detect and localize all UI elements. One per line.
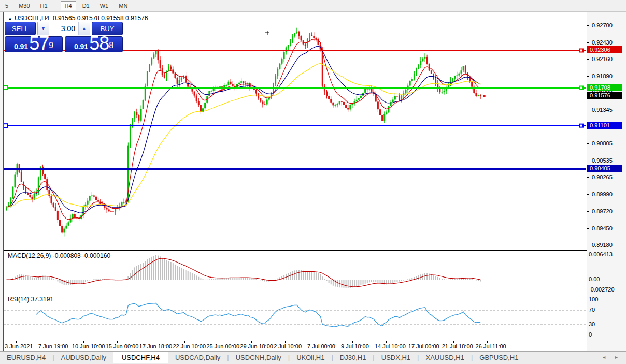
chart-window: ▲USDCHF,H4 0.91565 0.91578 0.91558 0.915…	[3, 12, 587, 352]
price-tick	[587, 245, 589, 245]
price-tick-label: 0.89720	[592, 208, 613, 214]
price-tick	[587, 161, 589, 161]
tab-usdcad-daily[interactable]: USDCAD,Daily	[168, 352, 227, 363]
price-tick-label: 0.91345	[592, 107, 613, 113]
timeframe-button-h4[interactable]: H4	[61, 1, 76, 10]
price-line-badge: 0.91101	[587, 122, 622, 129]
price-tick	[587, 110, 589, 110]
price-tick-label: 0.89450	[592, 225, 613, 231]
chart-tab-bar: EURUSD,H4|AUDUSD,DailyUSDCHF,H4USDCAD,Da…	[0, 351, 626, 364]
tab-ukoil-h1[interactable]: UKOil,H1	[290, 352, 331, 363]
tab-eurusd-h4[interactable]: EURUSD,H4	[0, 352, 52, 363]
collapse-panel-icon[interactable]: ▲	[8, 16, 12, 21]
timeframe-button-w1[interactable]: W1	[96, 1, 113, 10]
symbol-label: USDCHF,H4	[15, 14, 49, 22]
time-label: 2 Jul 10:00	[274, 343, 302, 350]
rsi-axis-label: 30	[589, 321, 595, 327]
time-label: 29 Jun 18:00	[240, 343, 273, 350]
price-line-badge: 0.91576	[587, 92, 622, 99]
toolbar-separator	[56, 2, 56, 10]
time-label: 14 Jul 10:00	[375, 343, 406, 350]
ohlc-values: 0.91565 0.91578 0.91558 0.91576	[53, 14, 148, 22]
one-click-trade-panel: SELL ▼ 3.00 ▲ BUY 0.91 57 9 0.91	[5, 22, 123, 52]
tab-gbpusd-h1[interactable]: GBPUSD,H1	[473, 352, 525, 363]
rsi-chart	[4, 294, 586, 341]
tab-usdcnh-daily[interactable]: USDCNH,Daily	[229, 352, 288, 363]
rsi-axis-label: 100	[589, 296, 598, 302]
timeframe-button-m30[interactable]: M30	[15, 1, 34, 10]
time-label: 22 Jun 10:00	[173, 343, 206, 350]
time-label: 17 Jun 18:00	[139, 343, 173, 350]
rsi-axis-label: 70	[589, 307, 595, 313]
time-label: 7 Jun 19:00	[38, 343, 68, 350]
time-label: 9 Jul 18:00	[341, 343, 369, 350]
time-label: 7 Jul 00:00	[307, 343, 335, 350]
timeframe-button-mn[interactable]: MN	[115, 1, 132, 10]
time-label: 26 Jul 11:00	[476, 343, 506, 350]
rsi-axis-label: 0	[589, 331, 592, 338]
volume-increase-icon[interactable]: ▲	[78, 22, 90, 35]
price-tick	[587, 211, 589, 212]
tab-audusd-daily[interactable]: AUDUSD,Daily	[54, 352, 113, 363]
macd-panel[interactable]: MACD(12,26,9) -0.000803 -0.000160	[4, 251, 587, 294]
price-tick-label: 0.90265	[592, 174, 613, 180]
price-line-badge: 0.90405	[587, 165, 622, 172]
timeframe-toolbar: 5M30H1H4D1W1MN	[0, 0, 626, 12]
price-line-badge: 0.92306	[587, 46, 622, 53]
main-chart-panel[interactable]: ▲USDCHF,H4 0.91565 0.91578 0.91558 0.915…	[4, 12, 587, 251]
rsi-label: RSI(14) 37.3191	[8, 296, 53, 303]
price-tick-label: 0.90535	[592, 157, 613, 164]
buy-price-big: 58	[89, 36, 109, 51]
timeframe-button-d1[interactable]: D1	[78, 1, 94, 10]
toolbar-separator	[136, 2, 136, 10]
sell-price-prefix: 0.91	[14, 42, 28, 51]
macd-label: MACD(12,26,9) -0.000803 -0.000160	[8, 252, 110, 259]
tab-scroll-arrows[interactable]: ◂ ▸	[603, 354, 622, 360]
time-label: 15 Jun 00:00	[106, 343, 139, 350]
price-tick	[587, 42, 589, 43]
price-tick-label: 0.89990	[592, 191, 613, 197]
sell-price-pip: 9	[49, 37, 53, 54]
price-axis[interactable]: 0.927000.924300.921600.918900.916200.913…	[587, 12, 626, 352]
price-tick-label: 0.89180	[592, 242, 613, 248]
rsi-panel[interactable]: RSI(14) 37.3191	[4, 294, 587, 341]
price-tick-label: 0.90805	[592, 140, 613, 147]
price-tick-label: 0.92700	[592, 22, 613, 28]
time-label: 3 Jun 2021	[5, 343, 33, 350]
time-label: 21 Jul 18:00	[442, 343, 473, 350]
price-tick	[587, 76, 589, 77]
price-tick	[587, 25, 589, 26]
price-tick	[587, 228, 589, 229]
price-tick-label: 0.92160	[592, 56, 613, 62]
tab-dj30-h1[interactable]: DJ30,H1	[333, 352, 373, 363]
sell-price-big: 57	[29, 36, 49, 51]
time-label: 10 Jun 10:00	[72, 343, 105, 350]
timeframe-button-5[interactable]: 5	[1, 1, 12, 10]
tab-usdx-h1[interactable]: USDX,H1	[375, 352, 417, 363]
buy-price-prefix: 0.91	[74, 42, 88, 51]
chart-ohlc-header: ▲USDCHF,H4 0.91565 0.91578 0.91558 0.915…	[8, 14, 148, 22]
buy-price-display[interactable]: 0.91 58 8	[65, 36, 123, 52]
macd-axis-label: -0.002720	[589, 286, 615, 293]
time-label: 17 Jul 00:00	[408, 343, 439, 350]
mt-terminal-window: 5M30H1H4D1W1MN ▲USDCHF,H4 0.91565 0.9157…	[0, 0, 626, 364]
tab-usdchf-h4[interactable]: USDCHF,H4	[113, 352, 168, 363]
timeframe-button-h1[interactable]: H1	[36, 1, 52, 10]
buy-price-pip: 8	[109, 37, 113, 54]
tab-xauusd-h1[interactable]: XAUUSD,H1	[419, 352, 471, 363]
price-tick	[587, 143, 589, 144]
macd-axis-label: 0.00	[589, 276, 600, 282]
volume-field[interactable]: 3.00	[49, 22, 78, 35]
price-line-badge: 0.91708	[587, 84, 622, 91]
price-tick	[587, 59, 589, 60]
macd-axis-label: 0.006413	[589, 251, 613, 257]
price-tick	[587, 194, 589, 195]
price-tick-label: 0.91890	[592, 73, 613, 79]
price-tick-label: 0.92430	[592, 39, 613, 46]
time-label: 25 Jun 00:00	[206, 343, 239, 350]
time-axis[interactable]: 3 Jun 20217 Jun 19:0010 Jun 10:0015 Jun …	[4, 341, 587, 352]
sell-price-display[interactable]: 0.91 57 9	[5, 36, 63, 52]
price-tick	[587, 177, 589, 178]
